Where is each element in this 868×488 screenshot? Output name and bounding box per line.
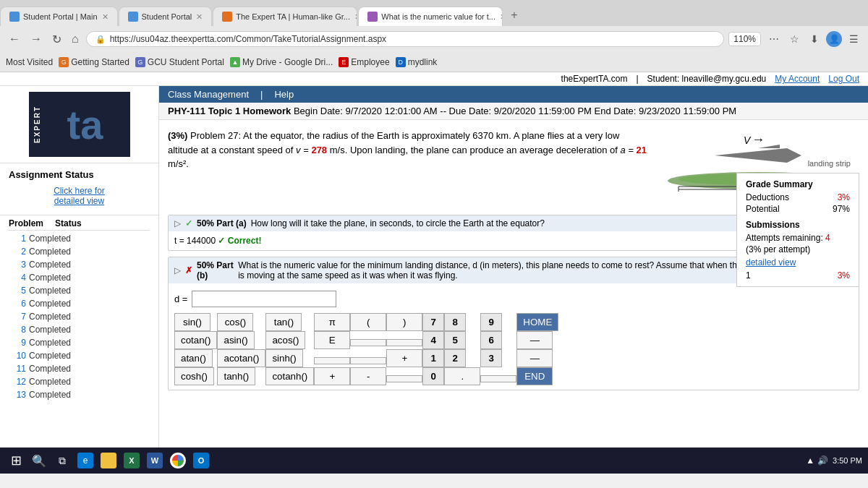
my-account-link[interactable]: My Account xyxy=(775,74,820,84)
outlook-button[interactable]: O xyxy=(191,450,211,471)
reload-button[interactable]: ↻ xyxy=(49,31,64,48)
part-b-expand-icon[interactable]: ▷ xyxy=(174,265,181,275)
nine-button[interactable]: 9 xyxy=(480,313,502,331)
blank6-button[interactable] xyxy=(480,375,516,382)
problem-number[interactable]: 9 xyxy=(9,336,26,349)
problem-number[interactable]: 8 xyxy=(9,323,26,336)
asin-button[interactable]: asin() xyxy=(217,331,254,349)
detailed-view-link[interactable]: detailed view xyxy=(746,257,850,267)
bookmark-most-visited[interactable]: Most Visited xyxy=(6,57,53,67)
close-paren-button[interactable]: ) xyxy=(386,313,422,331)
bookmark-button[interactable]: ☆ xyxy=(786,30,803,48)
five-button[interactable]: 5 xyxy=(444,331,466,349)
part-a-correct-label: ✓ Correct! xyxy=(218,236,261,246)
problem-number[interactable]: 6 xyxy=(9,297,26,310)
tab-close-icon[interactable]: ✕ xyxy=(196,12,203,22)
d-input[interactable] xyxy=(192,291,336,307)
bookmark-mydlink[interactable]: D mydlink xyxy=(396,57,438,67)
bookmark-drive[interactable]: ▲ My Drive - Google Dri... xyxy=(230,57,333,67)
bookmark-getting-started[interactable]: G Getting Started xyxy=(59,57,129,67)
part-a-expand-icon[interactable]: ▷ xyxy=(174,218,181,228)
cosh-button[interactable]: cosh() xyxy=(174,367,214,385)
acotan-button[interactable]: acotan() xyxy=(217,349,265,367)
four-button[interactable]: 4 xyxy=(422,331,444,349)
blank3-button[interactable] xyxy=(314,357,350,364)
seven-button[interactable]: 7 xyxy=(422,313,444,331)
problem-number[interactable]: 13 xyxy=(9,388,26,401)
tan-button[interactable]: tan() xyxy=(265,313,302,331)
new-tab-button[interactable]: + xyxy=(503,4,524,26)
chrome-button[interactable] xyxy=(168,450,188,471)
problem-number[interactable]: 7 xyxy=(9,310,26,323)
pi-button[interactable]: π xyxy=(314,313,350,331)
six-button[interactable]: 6 xyxy=(480,331,502,349)
download-button[interactable]: ⬇ xyxy=(806,30,823,48)
sinh-button[interactable]: sinh() xyxy=(265,349,302,367)
sin-button[interactable]: sin() xyxy=(174,313,210,331)
tab-active[interactable]: What is the numeric value for t... ✕ xyxy=(358,7,503,26)
zero-button[interactable]: 0 xyxy=(422,367,444,385)
bookmark-gcu[interactable]: G GCU Student Portal xyxy=(135,57,224,67)
minus3-button[interactable]: - xyxy=(350,367,386,385)
problem-number[interactable]: 2 xyxy=(9,245,26,258)
tab-close-icon[interactable]: ✕ xyxy=(102,12,109,22)
home-button-calc[interactable]: HOME xyxy=(516,313,558,331)
blank5-button[interactable] xyxy=(386,375,422,382)
tab-student-portal-main[interactable]: Student Portal | Main ✕ xyxy=(0,7,118,26)
start-button[interactable]: ⊞ xyxy=(6,450,26,471)
click-here-link[interactable]: Click here for detailed view xyxy=(9,186,150,206)
problem-number[interactable]: 1 xyxy=(9,232,26,245)
acos-button[interactable]: acos() xyxy=(265,331,305,349)
log-out-link[interactable]: Log Out xyxy=(828,74,859,84)
profile-button[interactable]: 👤 xyxy=(826,31,842,47)
blank2-button[interactable] xyxy=(386,339,422,346)
url-text: https://usu04az.theexpertta.com/Common/T… xyxy=(110,34,715,44)
one-button[interactable]: 1 xyxy=(422,349,444,367)
back-button[interactable]: ← xyxy=(6,31,23,47)
end-button[interactable]: END xyxy=(516,367,553,385)
blank4-button[interactable] xyxy=(350,357,386,364)
task-view-button[interactable]: ⧉ xyxy=(52,450,72,471)
plus-button[interactable]: + xyxy=(386,349,422,367)
minus1-button[interactable]: — xyxy=(516,331,553,349)
forward-button[interactable]: → xyxy=(27,31,45,47)
tanh-button[interactable]: tanh() xyxy=(217,367,255,385)
problem-number[interactable]: 10 xyxy=(9,349,26,362)
home-button[interactable]: ⌂ xyxy=(69,31,82,47)
cotan-button[interactable]: cotan() xyxy=(174,331,217,349)
word-button[interactable]: W xyxy=(145,450,165,471)
tab-close-icon[interactable]: ✕ xyxy=(500,12,503,22)
atan-button[interactable]: atan() xyxy=(174,349,213,367)
two-button[interactable]: 2 xyxy=(444,349,466,367)
class-management-link[interactable]: Class Management xyxy=(168,89,249,100)
cotanh-button[interactable]: cotanh() xyxy=(265,367,314,385)
e-button[interactable]: E xyxy=(314,331,350,349)
menu-button[interactable]: ☰ xyxy=(845,30,862,48)
cos-button[interactable]: cos() xyxy=(217,313,253,331)
bookmark-favicon: ▲ xyxy=(230,57,240,67)
excel-button[interactable]: X xyxy=(122,450,142,471)
three-button[interactable]: 3 xyxy=(480,349,502,367)
tab-close-icon[interactable]: ✕ xyxy=(354,12,357,22)
deductions-value: 3% xyxy=(838,192,850,202)
problem-number[interactable]: 11 xyxy=(9,362,26,375)
edge-button[interactable]: e xyxy=(75,450,95,471)
file-explorer-button[interactable] xyxy=(98,450,119,471)
bookmark-employee[interactable]: E Employee xyxy=(339,57,389,67)
problem-number[interactable]: 4 xyxy=(9,271,26,284)
eight-button[interactable]: 8 xyxy=(444,313,466,331)
blank1-button[interactable] xyxy=(350,339,386,346)
search-button[interactable]: 🔍 xyxy=(29,450,49,471)
minus2-button[interactable]: — xyxy=(516,349,553,367)
open-paren-button[interactable]: ( xyxy=(350,313,386,331)
address-bar[interactable]: 🔒 https://usu04az.theexpertta.com/Common… xyxy=(86,31,725,47)
extensions-button[interactable]: ⋯ xyxy=(765,30,783,48)
problem-number[interactable]: 3 xyxy=(9,258,26,271)
tab-expert-ta[interactable]: The Expert TA | Human-like Gr... ✕ xyxy=(213,7,357,26)
problem-number[interactable]: 5 xyxy=(9,284,26,297)
plus2-button[interactable]: + xyxy=(314,367,350,385)
decimal-button[interactable]: . xyxy=(444,367,480,385)
problem-number[interactable]: 12 xyxy=(9,375,26,388)
tab-student-portal[interactable]: Student Portal ✕ xyxy=(119,7,213,26)
help-link[interactable]: Help xyxy=(274,89,294,100)
